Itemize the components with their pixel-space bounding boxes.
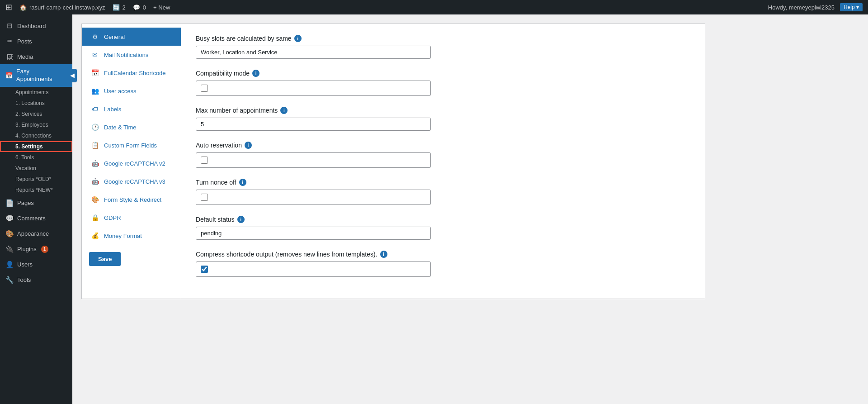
sidebar-label-posts: Posts <box>17 38 32 45</box>
submenu-settings[interactable]: 5. Settings <box>0 141 72 152</box>
nav-item-custom-form-fields[interactable]: 📋 Custom Form Fields <box>82 136 181 154</box>
turn-nonce-off-checkbox[interactable] <box>201 194 208 201</box>
site-link[interactable]: 🏠 rasurf-camp-ceci.instawp.xyz <box>19 4 105 11</box>
help-button[interactable]: Help ▾ <box>840 3 863 11</box>
nav-item-money-format[interactable]: 💰 Money Format <box>82 227 181 245</box>
settings-content: Busy slots are calculated by same i Comp… <box>181 24 705 299</box>
nav-item-fullcalendar[interactable]: 📅 FullCalendar Shortcode <box>82 64 181 82</box>
comments-icon: 💬 <box>133 4 140 11</box>
busy-slots-input[interactable] <box>196 46 431 59</box>
compress-shortcode-checkbox[interactable] <box>201 266 208 273</box>
nav-item-gdpr[interactable]: 🔒 GDPR <box>82 209 181 227</box>
submenu-services[interactable]: 2. Services <box>0 109 72 119</box>
compress-shortcode-info-icon[interactable]: i <box>380 251 387 258</box>
nav-label-mail: Mail Notifications <box>104 52 148 58</box>
nav-item-labels[interactable]: 🏷 Labels <box>82 100 181 118</box>
nav-label-recaptcha-v2: Google reCAPTCHA v2 <box>104 160 165 167</box>
turn-nonce-off-label: Turn nonce off i <box>196 179 690 186</box>
nav-item-mail-notifications[interactable]: ✉ Mail Notifications <box>82 46 181 64</box>
submenu-appointments[interactable]: Appointments <box>0 87 72 98</box>
wp-logo-icon[interactable]: ⊞ <box>5 2 12 12</box>
default-status-label: Default status i <box>196 216 690 223</box>
new-content-link[interactable]: + New <box>153 4 170 11</box>
compress-shortcode-row: Compress shortcode output (removes new l… <box>196 251 690 277</box>
tools-icon: 🔧 <box>5 276 14 284</box>
sidebar-label-ea: EasyAppointments <box>16 68 52 83</box>
nav-label-fullcalendar: FullCalendar Shortcode <box>104 70 166 76</box>
busy-slots-row: Busy slots are calculated by same i <box>196 35 690 59</box>
submenu-reports-old[interactable]: Reports *OLD* <box>0 174 72 185</box>
settings-wrap: ⚙ General ✉ Mail Notifications 📅 FullCal… <box>81 24 705 299</box>
sidebar-item-plugins[interactable]: 🔌 Plugins 1 <box>0 242 72 257</box>
nav-item-recaptcha-v2[interactable]: 🤖 Google reCAPTCHA v2 <box>82 154 181 172</box>
sidebar-item-posts[interactable]: ✏ Posts <box>0 33 72 49</box>
auto-reservation-checkbox[interactable] <box>201 157 208 164</box>
compatibility-mode-checkbox[interactable] <box>201 85 208 92</box>
recaptcha-v3-nav-icon: 🤖 <box>90 177 99 186</box>
sidebar-label-media: Media <box>17 53 33 60</box>
general-nav-icon: ⚙ <box>90 32 99 41</box>
max-appointments-info-icon[interactable]: i <box>280 107 288 114</box>
sidebar-item-users[interactable]: 👤 Users <box>0 257 72 272</box>
sidebar-item-comments[interactable]: 💬 Comments <box>0 211 72 226</box>
recaptcha-v2-nav-icon: 🤖 <box>90 159 99 168</box>
sidebar-item-appearance[interactable]: 🎨 Appearance <box>0 226 72 242</box>
site-icon: 🏠 <box>19 4 27 11</box>
nav-label-money: Money Format <box>104 233 142 239</box>
submenu-employees[interactable]: 3. Employees <box>0 119 72 130</box>
auto-reservation-info-icon[interactable]: i <box>245 142 252 149</box>
updates-icon: 🔄 <box>113 4 120 11</box>
comments-link[interactable]: 💬 0 <box>133 4 146 11</box>
collapse-arrow-icon[interactable]: ◀ <box>68 69 77 82</box>
default-status-input[interactable] <box>196 227 431 240</box>
max-appointments-row: Max number of appointments i <box>196 107 690 131</box>
updates-link[interactable]: 🔄 2 <box>113 4 126 11</box>
submenu-tools[interactable]: 6. Tools <box>0 152 72 163</box>
nav-item-recaptcha-v3[interactable]: 🤖 Google reCAPTCHA v3 <box>82 172 181 190</box>
busy-slots-label: Busy slots are calculated by same i <box>196 35 690 42</box>
busy-slots-info-icon[interactable]: i <box>294 35 302 42</box>
settings-layout: ⚙ General ✉ Mail Notifications 📅 FullCal… <box>82 24 705 299</box>
nav-label-custom-form-fields: Custom Form Fields <box>104 142 157 149</box>
nav-item-general[interactable]: ⚙ General <box>82 28 181 46</box>
nav-item-form-style[interactable]: 🎨 Form Style & Redirect <box>82 190 181 209</box>
save-button[interactable]: Save <box>89 252 121 266</box>
sidebar-item-dashboard[interactable]: ⊟ Dashboard <box>0 18 72 33</box>
sidebar-label-pages: Pages <box>17 200 34 206</box>
sidebar-label-dashboard: Dashboard <box>17 23 46 29</box>
default-status-info-icon[interactable]: i <box>237 216 245 223</box>
datetime-nav-icon: 🕐 <box>90 123 99 132</box>
submenu-vacation[interactable]: Vacation <box>0 163 72 174</box>
gdpr-nav-icon: 🔒 <box>90 213 99 222</box>
plugins-badge: 1 <box>41 246 48 253</box>
compress-shortcode-label: Compress shortcode output (removes new l… <box>196 251 690 258</box>
user-greeting: Howdy, memeyepiwi2325 <box>768 4 835 11</box>
adminbar-right: Howdy, memeyepiwi2325 Help ▾ <box>768 3 863 11</box>
admin-bar: ⊞ 🏠 rasurf-camp-ceci.instawp.xyz 🔄 2 💬 0… <box>0 0 868 14</box>
sidebar-item-pages[interactable]: 📄 Pages <box>0 195 72 211</box>
ea-icon: 📅 <box>5 72 13 79</box>
sidebar-item-tools[interactable]: 🔧 Tools <box>0 272 72 288</box>
submenu-locations[interactable]: 1. Locations <box>0 98 72 109</box>
fullcalendar-nav-icon: 📅 <box>90 68 99 77</box>
compatibility-mode-info-icon[interactable]: i <box>252 70 259 77</box>
max-appointments-input[interactable] <box>196 118 431 131</box>
custom-fields-nav-icon: 📋 <box>90 141 99 150</box>
auto-reservation-row: Auto reservation i <box>196 142 690 168</box>
ea-submenu: Appointments 1. Locations 2. Services 3.… <box>0 87 72 195</box>
main-content: ⚙ General ✉ Mail Notifications 📅 FullCal… <box>72 14 868 404</box>
sidebar-label-tools: Tools <box>17 276 31 283</box>
labels-nav-icon: 🏷 <box>90 105 99 114</box>
admin-sidebar: ⊟ Dashboard ✏ Posts 🖼 Media 📅 EasyAppoin… <box>0 14 72 404</box>
sidebar-label-plugins: Plugins <box>17 246 37 252</box>
nav-item-date-time[interactable]: 🕐 Date & Time <box>82 118 181 136</box>
sidebar-item-media[interactable]: 🖼 Media <box>0 49 72 64</box>
dashboard-icon: ⊟ <box>5 22 14 30</box>
submenu-connections[interactable]: 4. Connections <box>0 130 72 141</box>
turn-nonce-off-info-icon[interactable]: i <box>239 179 246 186</box>
default-status-row: Default status i <box>196 216 690 240</box>
nav-label-datetime: Date & Time <box>104 124 137 131</box>
nav-item-user-access[interactable]: 👥 User access <box>82 82 181 100</box>
sidebar-item-easy-appointments[interactable]: 📅 EasyAppointments ◀ <box>0 64 72 87</box>
submenu-reports-new[interactable]: Reports *NEW* <box>0 185 72 195</box>
